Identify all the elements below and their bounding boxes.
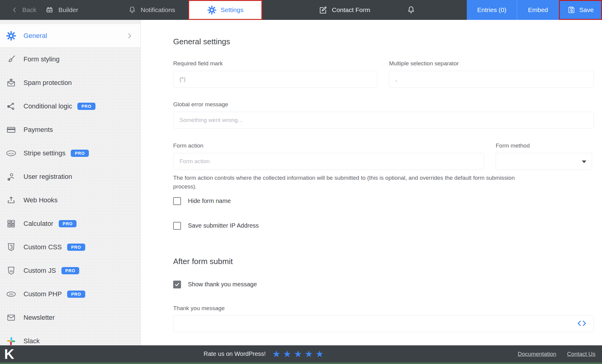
notifications-label: Notifications [141,6,175,14]
global-error-message-label: Global error message [173,101,594,108]
back-button[interactable]: Back [11,0,36,20]
save-ip-label: Save submitter IP Address [188,222,259,229]
sidebar-item-form-styling[interactable]: Form styling [0,48,140,71]
required-field-mark-input[interactable] [173,71,377,88]
general-settings-panel: General settings Required field mark Mul… [141,20,602,345]
entries-label: Entries (0) [477,6,507,14]
pro-badge: PRO [59,220,76,227]
sidebar-item-slack[interactable]: Slack [0,329,140,345]
sidebar-item-calculator[interactable]: Calculator PRO [0,212,140,235]
after-form-submit-heading: After form submit [173,257,594,266]
slack-logo-icon [6,336,16,345]
sidebar-item-label: Custom JS [23,267,56,275]
sidebar-item-label: General [23,32,47,40]
embed-label: Embed [528,6,548,14]
paintbrush-icon [6,54,16,64]
form-action-label: Form action [173,142,484,149]
top-bar: Back Builder Notifications [0,0,602,20]
pro-badge: PRO [77,103,95,110]
sidebar-item-label: Conditional logic [23,102,72,110]
topbar-bell-button[interactable] [407,0,416,20]
thank-you-message-input[interactable] [173,316,594,332]
star-icon[interactable]: ★ [283,350,291,359]
css-shield-icon [6,242,16,252]
star-icon[interactable]: ★ [316,350,324,359]
documentation-link[interactable]: Documentation [518,351,556,357]
sidebar-item-label: Custom PHP [23,290,62,298]
settings-tab[interactable]: Settings [188,0,262,20]
stripe-logo-icon: stripe [6,148,16,158]
sidebar-item-web-hooks[interactable]: Web Hooks [0,188,140,212]
bottom-green-strip [0,362,602,364]
contact-us-link[interactable]: Contact Us [567,351,595,357]
gear-icon [207,5,217,15]
builder-tab[interactable]: Builder [45,0,78,20]
sidebar-item-conditional-logic[interactable]: Conditional logic PRO [0,95,140,118]
multiple-selection-separator-input[interactable] [389,71,594,88]
settings-label: Settings [221,6,244,14]
sidebar-item-label: Payments [23,126,53,134]
user-plus-icon [6,172,16,182]
svg-text:php: php [9,293,13,296]
svg-text:stripe: stripe [8,152,14,155]
share-nodes-icon [6,101,16,111]
sidebar-item-payments[interactable]: Payments [0,118,140,142]
sidebar-item-newsletter[interactable]: Newsletter [0,306,140,329]
calculator-icon [6,219,16,229]
embed-button[interactable]: Embed [517,0,559,20]
footer-bar: K Rate us on WordPress! ★ ★ ★ ★ ★ Docume… [0,345,602,362]
form-action-input[interactable] [173,153,484,170]
chevron-left-icon [11,6,18,14]
rating-stars: ★ ★ ★ ★ ★ [272,350,324,359]
sidebar-item-custom-css[interactable]: Custom CSS PRO [0,235,140,259]
envelope-icon [6,313,16,323]
back-label: Back [22,6,36,14]
required-field-mark-label: Required field mark [173,60,377,67]
multiple-selection-separator-label: Multiple selection separator [389,60,594,67]
star-icon[interactable]: ★ [272,350,280,359]
sidebar-item-custom-js[interactable]: JS Custom JS PRO [0,259,140,282]
save-ip-checkbox[interactable] [173,222,181,230]
bell-icon [407,5,416,15]
hide-form-name-checkbox[interactable] [173,197,181,205]
star-icon[interactable]: ★ [305,350,313,359]
sidebar-item-label: Spam protection [23,79,72,87]
pro-badge: PRO [67,291,85,298]
sidebar-item-label: Slack [23,337,40,345]
sidebar-item-custom-php[interactable]: php Custom PHP PRO [0,282,140,306]
sidebar-item-label: Form styling [23,55,60,63]
hide-form-name-checkbox-row[interactable]: Hide form name [173,197,594,205]
sidebar-item-general[interactable]: General [0,24,140,48]
save-label: Save [579,6,594,14]
upload-tray-icon [6,195,16,205]
save-button[interactable]: Save [559,0,602,20]
show-thank-you-checkbox[interactable] [173,281,181,288]
floppy-disk-icon [567,6,576,14]
checkmark-icon [174,282,180,287]
pro-badge: PRO [67,244,85,251]
entries-button[interactable]: Entries (0) [467,0,517,20]
form-method-select[interactable] [496,153,592,170]
sidebar-item-stripe-settings[interactable]: stripe Stripe settings PRO [0,142,140,165]
show-thank-you-label: Show thank you message [188,281,257,288]
brick-icon [45,5,54,14]
bell-icon [128,5,136,14]
sidebar-item-label: Custom CSS [23,243,62,251]
hide-form-name-label: Hide form name [188,198,231,204]
sidebar-item-label: Stripe settings [23,149,65,157]
notifications-tab[interactable]: Notifications [128,0,175,20]
gear-icon [6,31,16,41]
code-icon[interactable] [577,320,587,327]
sidebar-item-spam-protection[interactable]: Spam protection [0,71,140,95]
form-title[interactable]: Contact Form [319,0,370,20]
show-thank-you-checkbox-row[interactable]: Show thank you message [173,281,594,288]
form-action-help-text: The form action controls where the colle… [173,173,526,191]
star-icon[interactable]: ★ [294,350,302,359]
save-ip-checkbox-row[interactable]: Save submitter IP Address [173,222,594,230]
sidebar-item-label: Calculator [23,220,53,228]
sidebar-item-label: User registration [23,173,72,181]
global-error-message-input[interactable] [173,112,594,129]
form-method-label: Form method [496,142,592,149]
page-title: General settings [173,37,594,46]
sidebar-item-user-registration[interactable]: User registration [0,165,140,188]
